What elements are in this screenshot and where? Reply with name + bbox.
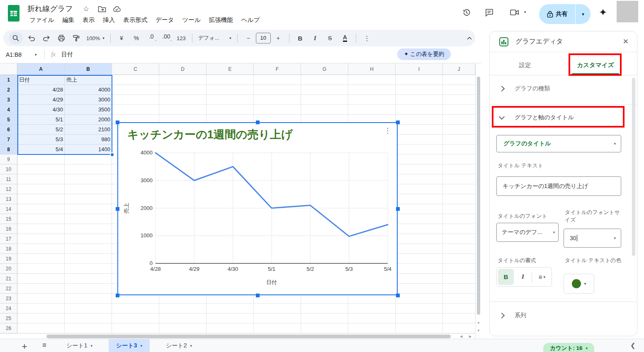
row-header-11[interactable]: 11: [0, 174, 17, 184]
row-header-16[interactable]: 16: [0, 224, 17, 234]
video-call-icon[interactable]: [507, 4, 523, 21]
more-formats-icon[interactable]: 123: [175, 32, 187, 44]
vertical-scrollbar[interactable]: ▲ ▼: [475, 63, 481, 339]
vertical-scrollbar-thumb[interactable]: [477, 77, 480, 315]
chart-resize-handle[interactable]: [396, 207, 400, 211]
sheet-tab-シート1[interactable]: シート1▾: [59, 339, 100, 352]
column-header-B[interactable]: B: [65, 63, 112, 75]
name-box[interactable]: A1:B8: [0, 51, 35, 58]
column-header-F[interactable]: F: [254, 63, 301, 75]
title-italic-button[interactable]: I: [515, 269, 531, 285]
menu-挿入[interactable]: 挿入: [99, 15, 119, 25]
row-header-26[interactable]: 26: [0, 323, 17, 333]
title-font-select[interactable]: テーマのデフ... ▾: [496, 223, 559, 242]
formula-input[interactable]: 日付: [61, 51, 73, 58]
column-header-H[interactable]: H: [348, 63, 396, 75]
chart-resize-handle[interactable]: [116, 294, 119, 297]
column-header-G[interactable]: G: [301, 63, 348, 75]
scroll-down-icon[interactable]: ▼: [476, 327, 481, 334]
move-folder-icon[interactable]: [98, 6, 106, 12]
column-header-D[interactable]: D: [159, 63, 207, 75]
sheet-tab-シート3[interactable]: シート3▾: [109, 339, 150, 352]
row-header-5[interactable]: 5: [0, 115, 17, 125]
cloud-status-icon[interactable]: [113, 6, 121, 12]
row-header-1[interactable]: 1: [0, 75, 17, 85]
scroll-right-icon[interactable]: ▶: [467, 334, 474, 339]
tab-customize[interactable]: カスタマイズ: [571, 55, 620, 75]
document-title[interactable]: 折れ線グラフ: [27, 4, 73, 14]
decrease-font-size-icon[interactable]: −: [242, 32, 255, 44]
menu-表示[interactable]: 表示: [79, 15, 98, 25]
row-header-25[interactable]: 25: [0, 313, 17, 323]
chart-resize-handle[interactable]: [396, 294, 400, 297]
zoom-select[interactable]: 100%▾: [84, 35, 107, 41]
row-header-24[interactable]: 24: [0, 304, 17, 313]
name-box-caret-icon[interactable]: ▾: [35, 53, 37, 57]
column-header-E[interactable]: E: [207, 63, 254, 75]
fill-handle[interactable]: [110, 152, 114, 157]
panel-scrollbar-thumb[interactable]: [632, 78, 635, 256]
chart-menu-icon[interactable]: ⋮: [384, 126, 391, 135]
row-header-3[interactable]: 3: [0, 95, 17, 105]
row-header-7[interactable]: 7: [0, 135, 17, 145]
comment-icon[interactable]: [481, 4, 498, 21]
row-header-15[interactable]: 15: [0, 214, 17, 224]
print-icon[interactable]: [55, 32, 68, 44]
share-dropdown[interactable]: ▾: [576, 4, 591, 24]
chevron-left-icon[interactable]: ❮: [630, 342, 636, 349]
count-badge[interactable]: カウント: 16▾: [543, 343, 594, 352]
version-history-icon[interactable]: [458, 4, 475, 21]
increase-font-size-icon[interactable]: +: [272, 32, 284, 44]
title-bold-button[interactable]: B: [498, 269, 514, 285]
chart-resize-handle[interactable]: [396, 121, 400, 124]
avatar[interactable]: [617, 1, 638, 22]
all-sheets-icon[interactable]: ≡: [38, 341, 51, 350]
column-header-C[interactable]: C: [112, 63, 159, 75]
section-series[interactable]: 系列: [490, 308, 637, 323]
embedded-chart[interactable]: キッチンカーの1週間の売り上げ ⋮ 010002000300040004/284…: [117, 122, 398, 295]
menu-拡張機能[interactable]: 拡張機能: [205, 15, 237, 25]
row-header-9[interactable]: 9: [0, 154, 17, 164]
italic-icon[interactable]: I: [309, 32, 321, 44]
scroll-up-icon[interactable]: ▲: [476, 319, 481, 325]
decrease-decimal-icon[interactable]: .0←: [145, 32, 158, 44]
row-header-22[interactable]: 22: [0, 284, 17, 294]
row-header-17[interactable]: 17: [0, 234, 17, 244]
row-header-12[interactable]: 12: [0, 184, 17, 194]
search-icon[interactable]: [9, 32, 23, 44]
share-button[interactable]: 共有: [539, 4, 576, 24]
chart-resize-handle[interactable]: [116, 207, 119, 211]
title-align-button[interactable]: ≡▾: [534, 269, 550, 285]
sheets-logo-icon[interactable]: [6, 4, 22, 24]
row-header-8[interactable]: 8: [0, 145, 17, 154]
text-color-icon[interactable]: A: [343, 34, 347, 42]
section-chart-type[interactable]: グラフの種類: [490, 81, 637, 96]
row-header-10[interactable]: 10: [0, 164, 17, 174]
menu-ファイル[interactable]: ファイル: [26, 15, 58, 25]
scroll-left-icon[interactable]: ◀: [458, 334, 464, 339]
horizontal-scrollbar[interactable]: ◀ ▶: [0, 333, 475, 339]
gemini-sparkle-icon[interactable]: ✦: [599, 7, 607, 18]
menu-ヘルプ[interactable]: ヘルプ: [238, 15, 264, 25]
chart-resize-handle[interactable]: [256, 121, 260, 124]
strikethrough-icon[interactable]: S: [324, 32, 336, 44]
row-header-18[interactable]: 18: [0, 244, 17, 254]
chart-resize-handle[interactable]: [116, 121, 119, 124]
row-header-13[interactable]: 13: [0, 194, 17, 204]
menu-データ[interactable]: データ: [152, 15, 177, 25]
font-family-select[interactable]: デフォ...▾: [196, 34, 234, 42]
collapse-toolbar-icon[interactable]: [464, 32, 475, 44]
bold-icon[interactable]: B: [294, 32, 306, 44]
increase-decimal-icon[interactable]: .00→: [160, 32, 173, 44]
tab-setup[interactable]: 設定: [502, 55, 548, 75]
row-header-6[interactable]: 6: [0, 125, 17, 135]
video-call-caret-icon[interactable]: ▾: [524, 10, 526, 14]
section-chart-axis-titles[interactable]: グラフと軸のタイトル: [490, 109, 637, 126]
select-all-corner[interactable]: [0, 63, 17, 75]
title-text-input[interactable]: キッチンカーの1週間の売り上げ: [496, 176, 621, 196]
title-font-size-input[interactable]: 30 ▾: [564, 229, 621, 248]
title-target-select[interactable]: グラフのタイトル ▾: [496, 135, 621, 152]
row-header-20[interactable]: 20: [0, 264, 17, 274]
row-header-23[interactable]: 23: [0, 294, 17, 304]
close-icon[interactable]: ✕: [623, 37, 629, 46]
